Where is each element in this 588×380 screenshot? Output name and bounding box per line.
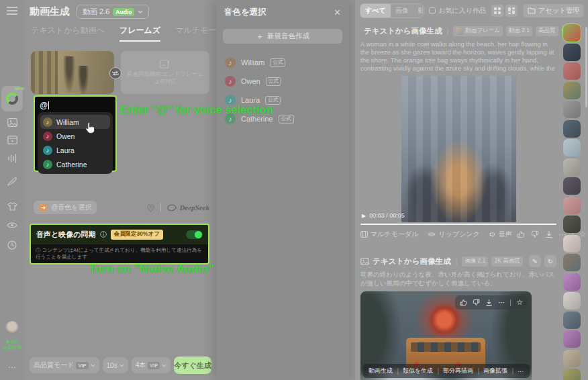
voice-select-button[interactable]: ➜ @音色を選択 [34, 201, 97, 214]
asset-manage-button[interactable]: アセット管理 [523, 4, 584, 17]
filter-images[interactable]: 画像 [391, 4, 413, 17]
asset-thumbnail[interactable] [563, 235, 581, 252]
modal-voice-owen[interactable]: ♪Owen公式 [216, 72, 349, 91]
credits-display[interactable]: ◆100 会員特典 [0, 338, 24, 350]
shirt-icon [7, 202, 17, 211]
voice-list: ♪William公式♪Owen公式♪Laura公式♪Catherine公式 [216, 53, 349, 128]
end-frame-placeholder[interactable]: 音画同期機能:エンドフレーム は非対応 [121, 51, 209, 94]
download-icon[interactable] [485, 299, 493, 306]
sidebar-item-video[interactable] [0, 136, 24, 144]
prompt-voice-highlight-box: @ ♪William♪Owen♪Laura♪Catherine [34, 95, 117, 172]
create-voice-button[interactable]: ＋ 新規音色作成 [223, 29, 342, 44]
asset-thumbnail[interactable] [563, 312, 581, 329]
model-selector-dropdown[interactable]: 動画 2.6 Audio [77, 5, 149, 19]
duration-dropdown[interactable]: 10s [103, 357, 128, 373]
voice-option-william[interactable]: ♪William [40, 115, 110, 129]
asset-thumbnail[interactable] [563, 44, 581, 61]
sidebar-item-preview[interactable] [0, 222, 24, 229]
download-icon[interactable] [545, 230, 553, 238]
count-dropdown[interactable]: 4本 VIP [132, 357, 171, 373]
asset-thumbnail[interactable] [563, 330, 581, 348]
tab-text-to-video[interactable]: テキストから動画へ [31, 25, 105, 42]
asset-thumbnail[interactable] [563, 369, 581, 380]
filter-videos[interactable]: 動画 [413, 4, 424, 17]
prompt-input[interactable]: @ [38, 99, 113, 111]
inpaint-button[interactable]: 部分再描画 [443, 367, 473, 375]
voice-suggestion-dropdown: ♪William♪Owen♪Laura♪Catherine [38, 112, 113, 174]
masonry-view-button[interactable] [505, 5, 518, 17]
audio-button[interactable]: 音声 [489, 230, 512, 239]
progress-bar[interactable] [360, 224, 556, 226]
more-actions-icon[interactable]: ⋯ [498, 299, 505, 306]
mouse-cursor-icon [83, 121, 98, 136]
grid-view-button[interactable] [491, 5, 503, 17]
more-options-button[interactable]: ⋯ [0, 363, 24, 372]
more-button[interactable]: ··· [518, 368, 524, 375]
voice-avatar-icon: ♪ [43, 132, 52, 141]
frame-source-badge[interactable]: 動画フレーム [453, 26, 503, 36]
sidebar-item-images[interactable] [0, 118, 24, 127]
quality-mode-dropdown[interactable]: 高品質モード VIP [30, 357, 99, 373]
thumbs-down-icon[interactable] [531, 230, 539, 238]
native-audio-toggle[interactable] [186, 230, 203, 239]
sidebar-item-wardrobe[interactable] [0, 202, 24, 211]
page-title: 動画生成 [30, 5, 70, 18]
lipsync-button[interactable]: リップシンク [428, 230, 479, 239]
hamburger-menu-button[interactable] [0, 7, 24, 15]
multimodal-button[interactable]: マルチモーダル [360, 230, 418, 239]
prompt-text: 世界の終わりのような夜、赤い月が高く掲げられており、赤いバスが激しい風雨の中でむ… [360, 270, 556, 288]
asset-thumbnail[interactable] [563, 273, 581, 291]
sidebar-item-history[interactable] [0, 240, 24, 250]
divider [478, 368, 479, 375]
asset-thumbnail[interactable] [563, 82, 581, 99]
asset-thumbnail[interactable] [563, 292, 581, 310]
location-button[interactable] [147, 203, 154, 212]
voice-option-catherine[interactable]: ♪Catherine [40, 157, 110, 171]
asset-thumbnail[interactable] [563, 139, 581, 156]
thumbs-up-icon[interactable] [517, 230, 525, 238]
asset-thumbnail[interactable] [563, 350, 581, 367]
start-frame-thumbnail[interactable] [31, 51, 114, 94]
video-player[interactable]: ▶ 00:03 / 00:05 [360, 76, 556, 225]
thumbs-up-icon[interactable] [460, 299, 467, 306]
clock-icon [7, 240, 17, 250]
asset-thumbnail[interactable] [563, 158, 581, 176]
edit-prompt-button[interactable]: ✎ [529, 255, 541, 267]
scrollbar[interactable] [585, 27, 587, 107]
similar-button[interactable]: 類似を生成 [403, 367, 433, 375]
thumbs-down-icon[interactable] [473, 299, 480, 306]
asset-thumbnail-strip [562, 24, 581, 380]
eye-icon [7, 222, 17, 229]
voice-name: Laura [56, 146, 75, 154]
arrow-right-icon: ➜ [39, 203, 48, 212]
generate-now-button[interactable]: 今すぐ生成 [174, 357, 211, 374]
asset-thumbnail[interactable] [563, 216, 581, 233]
asset-thumbnail[interactable] [563, 24, 581, 42]
sidebar-item-draw[interactable] [0, 177, 24, 186]
voice-option-owen[interactable]: ♪Owen [40, 129, 110, 143]
swap-frames-button[interactable] [109, 67, 121, 79]
regenerate-button[interactable]: ↻ [544, 255, 556, 267]
info-icon [100, 231, 107, 238]
star-icon[interactable]: ☆ [516, 298, 523, 307]
asset-thumbnail[interactable] [563, 101, 581, 118]
voice-option-laura[interactable]: ♪Laura [40, 143, 110, 157]
user-avatar[interactable] [0, 321, 24, 334]
play-icon[interactable]: ▶ [362, 213, 366, 219]
expand-button[interactable]: 画像拡張 [483, 367, 507, 375]
asset-thumbnail[interactable] [563, 120, 581, 138]
generated-image[interactable]: ⋯ ☆ 動画生成 類似を生成 部分再描画 画像拡張 ··· [360, 291, 532, 380]
filter-all[interactable]: すべて [360, 4, 391, 17]
app-logo-tile[interactable]: NEW [0, 86, 24, 111]
close-icon[interactable]: ✕ [334, 7, 341, 17]
asset-thumbnail[interactable] [563, 254, 581, 271]
modal-voice-william[interactable]: ♪William公式 [216, 53, 349, 72]
sidebar-item-audio[interactable] [0, 154, 24, 163]
favorites-filter[interactable]: お気に入り作品 [429, 6, 486, 15]
asset-thumbnail[interactable] [563, 197, 581, 214]
tab-frames[interactable]: フレームズ [119, 25, 160, 42]
to-video-button[interactable]: 動画生成 [369, 367, 393, 375]
asset-thumbnail[interactable] [563, 177, 581, 195]
asset-thumbnail[interactable] [563, 62, 581, 80]
favorites-checkbox[interactable] [429, 7, 436, 14]
